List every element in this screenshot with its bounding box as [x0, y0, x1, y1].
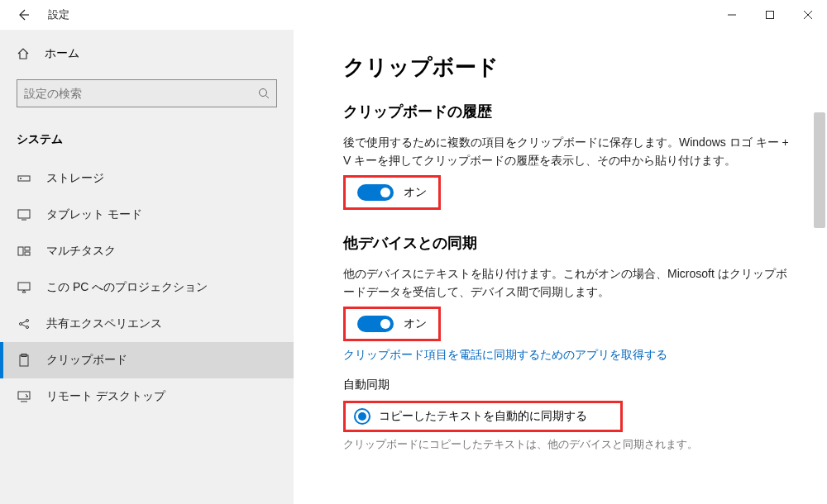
history-title: クリップボードの履歴	[343, 102, 794, 121]
svg-rect-13	[18, 283, 30, 290]
remote-icon	[17, 391, 31, 402]
svg-line-5	[266, 96, 270, 99]
history-desc: 後で使用するために複数の項目をクリップボードに保存します。Windows ロゴ …	[343, 133, 790, 170]
minimize-button[interactable]	[713, 2, 751, 28]
highlight-box-2: オン	[343, 307, 441, 341]
svg-point-16	[26, 326, 29, 329]
auto-sync-radio-label: コピーしたテキストを自動的に同期する	[379, 409, 587, 424]
nav-storage[interactable]: ストレージ	[0, 160, 294, 197]
content-area: クリップボード クリップボードの履歴 後で使用するために複数の項目をクリップボー…	[294, 30, 827, 504]
home-icon	[17, 47, 31, 60]
svg-rect-10	[18, 247, 23, 255]
nav-multitask[interactable]: マルチタスク	[0, 233, 294, 269]
scrollbar-thumb[interactable]	[814, 112, 825, 228]
svg-rect-8	[18, 210, 30, 218]
back-button[interactable]	[15, 7, 31, 23]
nav-remote[interactable]: リモート デスクトップ	[0, 378, 294, 415]
auto-sync-radio[interactable]	[354, 408, 370, 425]
home-link[interactable]: ホーム	[0, 38, 294, 69]
nav-tablet[interactable]: タブレット モード	[0, 197, 294, 233]
nav-label: ストレージ	[46, 171, 104, 186]
home-label: ホーム	[45, 46, 79, 61]
search-icon	[258, 88, 270, 99]
svg-rect-11	[25, 247, 30, 250]
maximize-button[interactable]	[751, 2, 789, 28]
close-button[interactable]	[789, 2, 827, 28]
svg-line-17	[22, 321, 26, 324]
nav-label: クリップボード	[46, 353, 127, 368]
sync-toggle[interactable]	[357, 316, 394, 332]
nav-label: タブレット モード	[46, 207, 142, 222]
nav-projection[interactable]: この PC へのプロジェクション	[0, 269, 294, 306]
get-app-link[interactable]: クリップボード項目を電話に同期するためのアプリを取得する	[343, 348, 794, 363]
clipboard-icon	[17, 354, 31, 367]
svg-point-7	[20, 178, 22, 179]
sync-desc: 他のデバイスにテキストを貼り付けます。これがオンの場合、Microsoft はク…	[343, 264, 790, 302]
history-toggle-label: オン	[404, 185, 427, 200]
search-box[interactable]	[17, 79, 277, 107]
share-icon	[17, 317, 31, 330]
highlight-box-1: オン	[343, 175, 441, 210]
sync-title: 他デバイスとの同期	[343, 233, 794, 253]
svg-line-18	[22, 325, 26, 327]
auto-sync-label: 自動同期	[343, 378, 794, 392]
window-title: 設定	[48, 7, 69, 22]
page-heading: クリップボード	[343, 53, 794, 82]
search-input[interactable]	[24, 87, 258, 100]
svg-rect-12	[25, 252, 30, 255]
nav-label: マルチタスク	[46, 244, 116, 259]
highlight-box-3: コピーしたテキストを自動的に同期する	[343, 401, 623, 432]
history-toggle[interactable]	[357, 184, 394, 201]
svg-point-15	[26, 320, 29, 322]
svg-point-14	[20, 323, 22, 326]
sync-toggle-label: オン	[404, 316, 427, 331]
tablet-icon	[17, 209, 31, 221]
multitask-icon	[17, 246, 31, 256]
nav-clipboard[interactable]: クリップボード	[0, 342, 294, 378]
svg-rect-1	[767, 12, 774, 19]
nav-label: この PC へのプロジェクション	[46, 280, 208, 295]
nav-label: リモート デスクトップ	[46, 389, 165, 404]
svg-point-4	[260, 89, 267, 97]
nav-shared[interactable]: 共有エクスペリエンス	[0, 306, 294, 342]
svg-rect-21	[18, 392, 30, 399]
projection-icon	[17, 282, 31, 293]
nav-label: 共有エクスペリエンス	[46, 316, 162, 331]
sync-hint: クリップボードにコピーしたテキストは、他のデバイスと同期されます。	[343, 437, 794, 452]
storage-icon	[17, 174, 31, 183]
sidebar: ホーム システム ストレージ タブレット モード マルチタスク この PC への…	[0, 30, 294, 504]
section-label: システム	[0, 122, 294, 160]
